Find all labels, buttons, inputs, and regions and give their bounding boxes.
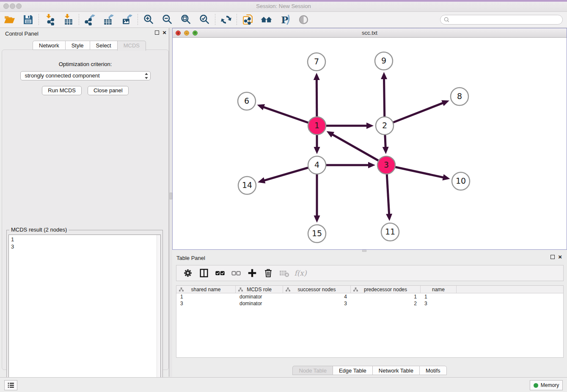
table-cell[interactable]: 4 <box>283 293 351 300</box>
save-icon[interactable] <box>19 13 37 27</box>
graph-edge-2-8[interactable] <box>385 103 443 126</box>
import-network-icon[interactable] <box>40 13 59 27</box>
result-line: 1 <box>11 236 158 243</box>
memory-status-icon <box>534 383 538 388</box>
table-cell[interactable]: 3 <box>283 300 351 307</box>
control-panel: Control Panel × NetworkStyleSelectMCDS O… <box>0 28 171 372</box>
column-header-predecessor-nodes[interactable]: predecessor nodes <box>351 286 421 293</box>
graph-edge-arrowhead <box>257 104 265 110</box>
tab-select[interactable]: Select <box>90 41 117 50</box>
mcds-result-text[interactable]: 13 <box>8 235 161 386</box>
open-folder-icon[interactable] <box>0 13 19 27</box>
float-panel-icon[interactable] <box>155 30 159 35</box>
table-cell[interactable]: 1 <box>421 293 457 300</box>
result-scrollbar[interactable] <box>157 235 160 386</box>
vertical-splitter[interactable] <box>169 28 172 377</box>
column-header-name[interactable]: name <box>421 286 457 293</box>
tab-network-table[interactable]: Network Table <box>372 366 419 375</box>
float-panel-icon[interactable] <box>550 255 555 259</box>
toolbar-separator <box>39 14 39 26</box>
column-header-shared-name[interactable]: shared name <box>176 286 236 293</box>
style-preview-icon[interactable]: P <box>275 13 294 27</box>
zoom-in-icon[interactable] <box>139 13 158 27</box>
table-cell[interactable]: 1 <box>176 293 236 300</box>
table-cell[interactable]: 2 <box>351 300 421 307</box>
close-panel-button[interactable]: Close panel <box>88 86 129 95</box>
status-bar: Memory <box>0 377 567 392</box>
home-icon[interactable] <box>257 13 275 27</box>
graph-node-label: 6 <box>244 96 249 105</box>
control-panel-title: Control Panel <box>5 30 39 37</box>
criterion-select[interactable]: strongly connected component <box>20 71 151 80</box>
zoom-selected-icon[interactable] <box>195 13 214 27</box>
zoom-out-icon[interactable] <box>158 13 176 27</box>
tab-node-table[interactable]: Node Table <box>292 366 333 375</box>
graph-node-label: 2 <box>382 121 387 130</box>
mcds-panel: Optimization criterion: strongly connect… <box>2 50 169 370</box>
search-box[interactable] <box>440 15 563 25</box>
run-mcds-button[interactable]: Run MCDS <box>42 86 82 95</box>
table-cell[interactable]: dominator <box>236 300 283 307</box>
export-image-icon[interactable] <box>118 13 136 27</box>
show-hide-icon[interactable] <box>294 13 313 27</box>
network-window-titlebar[interactable]: x – + scc.txt <box>173 28 567 38</box>
task-history-button[interactable] <box>4 380 17 390</box>
graph-node-label: 8 <box>457 91 462 101</box>
export-network-icon[interactable] <box>80 13 99 27</box>
splitter-grip[interactable] <box>362 250 366 252</box>
list-icon <box>7 381 15 389</box>
columns-icon[interactable] <box>196 266 212 280</box>
column-header-MCDS-role[interactable]: MCDS role <box>236 286 283 293</box>
export-table-icon[interactable] <box>99 13 118 27</box>
column-header-successor-nodes[interactable]: successor nodes <box>283 286 351 293</box>
table-row[interactable]: 1dominator411 <box>176 293 563 300</box>
delete-table-icon <box>276 266 292 280</box>
zoom-fit-icon[interactable] <box>176 13 195 27</box>
table-cell[interactable]: 1 <box>351 293 421 300</box>
graph-edge-arrowhead <box>381 72 387 79</box>
clone-network-icon[interactable] <box>238 13 257 27</box>
gear-icon[interactable] <box>180 266 196 280</box>
titlebar-accent <box>0 0 567 2</box>
refresh-icon[interactable] <box>217 13 235 27</box>
search-icon <box>443 17 450 23</box>
result-line: 3 <box>11 243 158 250</box>
memory-button[interactable]: Memory <box>530 380 563 390</box>
memory-label: Memory <box>541 382 559 388</box>
tab-motifs[interactable]: Motifs <box>419 366 447 375</box>
tab-edge-table[interactable]: Edge Table <box>333 366 372 375</box>
tab-mcds[interactable]: MCDS <box>117 41 146 51</box>
graph-edge-arrowhead <box>442 174 450 181</box>
table-panel: Table Panel × f(x) shared nameMCDS roles… <box>172 252 567 377</box>
search-input[interactable] <box>450 16 562 24</box>
graph-node-label: 1 <box>314 121 319 130</box>
table-cell[interactable]: 3 <box>421 300 457 307</box>
deselect-all-icon[interactable] <box>228 266 244 280</box>
import-table-icon[interactable] <box>59 13 77 27</box>
table-cell[interactable]: 3 <box>176 300 236 307</box>
select-stepper-icon <box>144 72 149 82</box>
close-panel-icon[interactable]: × <box>558 255 562 259</box>
graph-node-label: 14 <box>242 180 252 190</box>
network-canvas[interactable]: 7968124314101511 <box>173 38 567 249</box>
mcds-result-box: MCDS result (2 nodes) 13 <box>6 230 163 389</box>
criterion-value: strongly connected component <box>25 72 100 79</box>
network-title: scc.txt <box>173 30 567 36</box>
select-all-icon[interactable] <box>212 266 228 280</box>
session-title: Session: New Session <box>0 3 567 9</box>
toolbar-separator <box>138 14 138 26</box>
table-cell[interactable]: dominator <box>236 293 283 300</box>
add-icon[interactable] <box>244 266 260 280</box>
table-row[interactable]: 3dominator323 <box>176 300 563 307</box>
control-panel-tabs: NetworkStyleSelectMCDS <box>33 41 146 51</box>
graph-edge-arrowhead <box>441 100 449 106</box>
delete-icon[interactable] <box>260 266 276 280</box>
toolbar-separator <box>215 14 215 26</box>
tab-style[interactable]: Style <box>65 41 90 50</box>
graph-edge-arrowhead <box>383 147 389 154</box>
graph-edge-arrowhead <box>368 162 375 168</box>
graph-node-label: 7 <box>314 57 319 66</box>
close-panel-icon[interactable]: × <box>162 30 166 35</box>
tab-network[interactable]: Network <box>33 41 65 50</box>
toolbar-separator <box>237 14 237 26</box>
